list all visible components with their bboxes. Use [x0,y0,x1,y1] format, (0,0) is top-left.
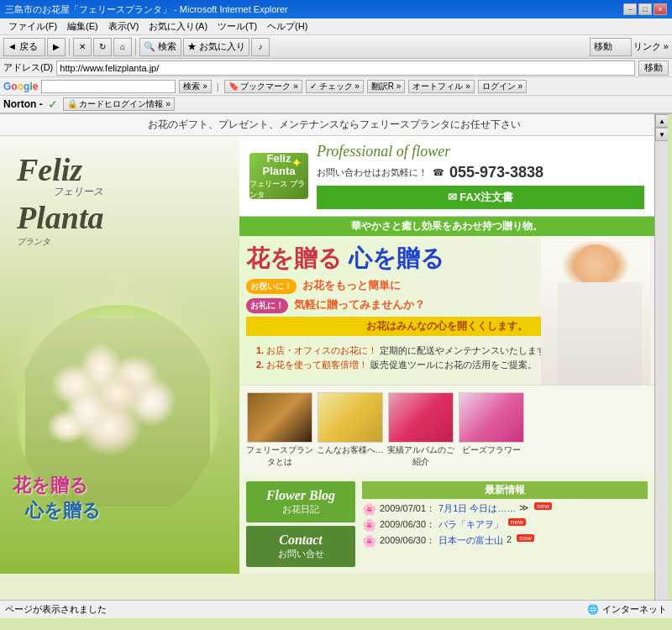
norton-check-icon: ✓ [48,97,58,111]
list-link-2[interactable]: お花を使って顧客倍増！ [266,360,368,370]
google-search-button[interactable]: 検索 » [179,80,211,93]
google-bar: Google 検索 » | 🔖 ブックマーク » ✓ チェック » 翻訳R » … [0,77,672,96]
brand-name-en: Feliz [267,152,291,165]
menu-bar: ファイル(F) 編集(E) 表示(V) お気に入り(A) ツール(T) ヘルプ(… [0,18,672,35]
google-logo: Google [3,81,38,92]
brand-logo: ✦ Feliz Planta フェリース プランタ [249,153,308,199]
window-controls[interactable]: － □ × [623,3,667,15]
news-date-2: 2009/06/30： [380,518,435,531]
banner-body: 花を贈る 心を贈る お祝いに！ お花をもっと簡単に お礼に！ 気軽に贈ってみませ… [239,236,654,366]
zone-icon: 🌐 [587,604,599,615]
news-icon-2: 🌸 [362,518,376,532]
menu-view[interactable]: 表示(V) [103,20,144,33]
check-button[interactable]: ✓ チェック » [306,80,364,93]
news-date-3: 2009/06/30： [380,534,435,547]
news-icon-1: 🌸 [362,502,376,516]
page-content: お花のギフト、プレゼント、メンテナンスならフェリースプランタにお任せ下さい Fe… [0,114,668,600]
phone-number: 055-973-3838 [449,164,543,181]
move-button[interactable]: 移動 [590,38,632,56]
autofill-button[interactable]: オートフィル » [408,80,474,93]
address-bar: アドレス(D) 移動 [0,59,672,77]
title-bar: 三島市のお花屋「フェリースプランタ」 - Microsoft Internet … [0,0,672,18]
home-button[interactable]: ⌂ [113,38,132,56]
go-button[interactable]: 移動 [638,60,669,76]
zone-label: インターネット [602,603,667,616]
oiwai-badge: お祝いに！ [246,279,297,294]
brand-name-jp: フェリース プランタ [249,179,308,201]
scrollbar-vertical[interactable]: ▲ ▼ [654,114,668,600]
norton-logo: Norton - [3,98,43,110]
news-item-2: 🌸 2009/06/30： バラ「キアヲ」 new [362,518,648,532]
thumb-img-1 [247,392,312,443]
close-button[interactable]: × [654,3,667,15]
news-new-badge-1: new [534,502,552,510]
back-button[interactable]: ◄ 戻る [3,38,45,56]
professional-text: Professional of flower [317,143,644,160]
maximize-button[interactable]: □ [638,3,652,15]
left-panel: Feliz フェリース Planta プランタ 花を贈る 心を贈る [0,136,239,574]
contact-info: お問い合わせはお気軽に！ ☎ 055-973-3838 [317,164,644,181]
flower-blog-label-jp: お花日記 [256,503,345,516]
banner-top-text: 華やかさと癒し効果をあわせ持つ贈り物。 [239,217,654,236]
thumb-item-2: こんなお客様へ… [317,392,384,468]
announce-text: お花のギフト、プレゼント、メンテナンスならフェリースプランタにお任せ下さい [148,118,521,130]
login-button[interactable]: ログイン » [478,80,527,93]
thumb-label-1: フェリースプランタとは [246,444,313,468]
card-login-button[interactable]: 🔒 カードヒログイン情報 » [63,97,175,111]
right-header-text: Professional of flower お問い合わせはお気軽に！ ☎ 05… [308,143,644,209]
minimize-button[interactable]: － [623,3,637,15]
flower-blog-button[interactable]: Flower Blog お花日記 [246,481,355,522]
window-title: 三島市のお花屋「フェリースプランタ」 - Microsoft Internet … [5,3,623,16]
left-kanji-flower: 花を贈る [13,473,88,498]
address-label: アドレス(D) [3,61,53,74]
banner-woman-image [541,236,650,385]
translate-button[interactable]: 翻訳R » [367,80,406,93]
contact-label-jp: お問い合せ [256,548,345,560]
toolbar: ◄ 戻る ▶ ✕ ↻ ⌂ 🔍 検索 ★ お気に入り ♪ 移動 リンク » [0,35,672,59]
contact-label-en: Contact [256,533,345,548]
flower-image-area [0,271,239,507]
menu-favorites[interactable]: お気に入り(A) [144,20,213,33]
thumb-item-1: フェリースプランタとは [246,392,313,468]
norton-bar: Norton - ✓ 🔒 カードヒログイン情報 » [0,96,672,114]
bottom-section: Flower Blog お花日記 Contact お問い合せ 最新情報 🌸 20… [239,475,654,574]
left-kanji-heart: 心を贈る [25,498,101,523]
contact-button[interactable]: Contact お問い合せ [246,526,355,567]
news-new-badge-3: new [517,534,534,542]
planta-text: Planta [17,199,103,236]
news-item-3: 🌸 2009/06/30： 日本一の富士山 2 new [362,534,648,548]
favorites-button[interactable]: ★ お気に入り [183,38,249,56]
news-link-3[interactable]: 日本一の富士山 [438,534,503,547]
list-desc-1: 定期的に配送やメンテナンスいたします。 [380,345,555,355]
news-link-1[interactable]: 7月1日 今日は…… [438,502,516,515]
menu-tools[interactable]: ツール(T) [213,20,262,33]
forward-button[interactable]: ▶ [47,38,66,56]
separator [69,39,70,55]
thumb-label-2: こんなお客様へ… [317,444,384,456]
brand-star-icon: ✦ [291,156,302,170]
scroll-down-button[interactable]: ▼ [655,128,668,141]
address-input[interactable] [56,60,635,76]
thumb-label-4: ビーズフラワー [462,444,521,456]
stop-button[interactable]: ✕ [73,38,92,56]
menu-edit[interactable]: 編集(E) [62,20,103,33]
search-button[interactable]: 🔍 検索 [139,38,181,56]
news-arrow-1: ≫ [519,502,529,513]
scroll-up-button[interactable]: ▲ [655,114,668,128]
list-link-1[interactable]: お店・オフィスのお花に！ [266,345,377,355]
main-layout: Feliz フェリース Planta プランタ 花を贈る 心を贈る [0,136,654,574]
bookmark-button[interactable]: 🔖 ブックマーク » [224,80,302,93]
body-shape [558,282,642,385]
list-num-1: 1. [256,345,264,355]
menu-help[interactable]: ヘルプ(H) [262,20,312,33]
google-search-input[interactable] [41,80,176,93]
media-button[interactable]: ♪ [251,38,270,56]
fax-button[interactable]: ✉ FAX注文書 [317,186,644,209]
refresh-button[interactable]: ↻ [93,38,112,56]
banner-kanji-heart: 心を贈る [349,245,444,271]
menu-file[interactable]: ファイル(F) [3,20,62,33]
brand-name-en2: Planta [262,165,295,177]
brand-box: ✦ Feliz Planta フェリース プランタ [249,153,308,199]
news-link-2[interactable]: バラ「キアヲ」 [438,518,503,531]
subtitle-line1: お花をもっと簡単に [302,279,401,291]
